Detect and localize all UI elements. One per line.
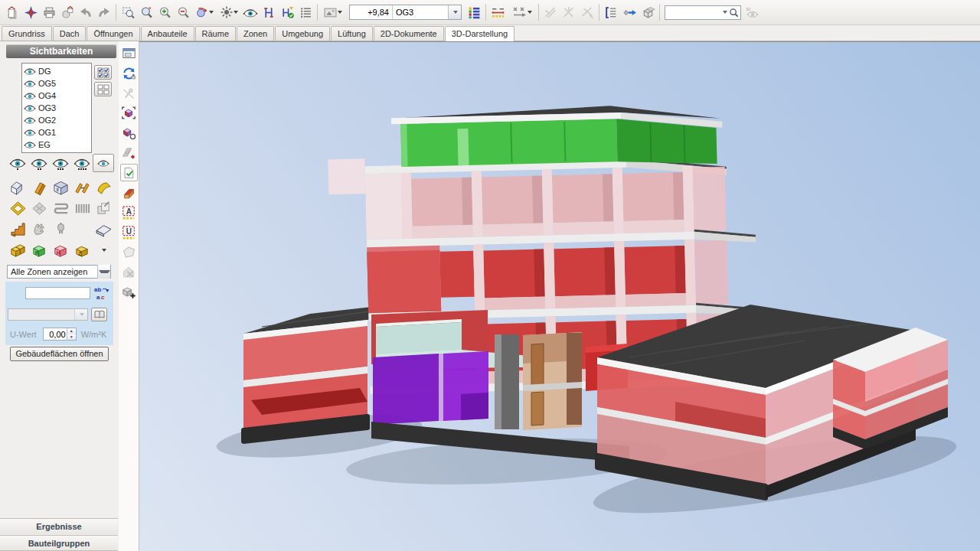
new-project-icon[interactable] — [3, 3, 21, 21]
search-caret[interactable] — [723, 11, 727, 14]
background-image-icon[interactable] — [320, 3, 346, 21]
open-building-surfaces-button[interactable]: Gebäudeflächen öffnen — [10, 347, 109, 361]
dimension-u-icon[interactable]: U — [120, 223, 138, 241]
tab-zonen[interactable]: Zonen — [237, 26, 274, 41]
floor-list[interactable]: DG OG5 OG4 OG3 OG2 OG1 EG — [21, 63, 92, 153]
stamp-icon[interactable] — [58, 3, 77, 21]
radiator-icon[interactable] — [71, 198, 93, 218]
u-value-down-button[interactable]: ▼ — [67, 334, 76, 341]
roof-window-gray-icon[interactable] — [28, 198, 50, 218]
model-canvas[interactable] — [139, 41, 980, 551]
zoom-pan-icon[interactable] — [137, 3, 155, 21]
undo-icon[interactable] — [77, 3, 95, 21]
dimensioning-icon[interactable] — [260, 3, 278, 21]
window-view-icon[interactable] — [120, 44, 138, 62]
hand-select-icon[interactable] — [28, 219, 50, 239]
dimension-xx-icon[interactable] — [507, 3, 536, 21]
storey-list-icon[interactable] — [602, 3, 620, 21]
plug-icon[interactable] — [50, 219, 71, 239]
zoom-out-icon[interactable] — [174, 3, 192, 21]
catalog-button[interactable] — [91, 308, 107, 321]
rename-icon[interactable]: abac — [93, 285, 110, 301]
slope-tool-icon[interactable] — [120, 144, 138, 161]
boxes-more-dropdown[interactable] — [93, 240, 114, 260]
jump-arrow-icon[interactable] — [620, 3, 639, 21]
refresh-view-icon[interactable] — [120, 64, 138, 82]
display-options-caret[interactable] — [234, 11, 238, 14]
tab-lueftung[interactable]: Lüftung — [331, 26, 373, 41]
dimension-a-icon[interactable]: A — [120, 204, 138, 221]
box-rotate-icon[interactable] — [120, 124, 138, 142]
tab-anbauteile[interactable]: Anbauteile — [141, 26, 194, 41]
view-rotate-caret[interactable] — [209, 11, 214, 14]
tab-oeffnungen[interactable]: Öffnungen — [87, 26, 139, 41]
house-3d-icon[interactable] — [7, 178, 28, 197]
window-sill-icon[interactable] — [93, 219, 114, 239]
box-add-icon[interactable] — [120, 283, 138, 301]
box-select-icon[interactable] — [120, 104, 138, 122]
search-input[interactable] — [667, 8, 722, 17]
display-options-icon[interactable] — [217, 3, 241, 21]
zone-filter-select[interactable]: Alle Zonen anzeigen — [7, 265, 111, 279]
redo-icon[interactable] — [95, 3, 113, 21]
select-all-floors-button[interactable] — [94, 65, 112, 80]
dimension-xx-caret[interactable] — [528, 11, 532, 14]
floor-item-eg[interactable]: EG — [24, 139, 91, 151]
eye-level-2-button[interactable] — [28, 153, 50, 174]
zoom-in-icon[interactable] — [155, 3, 174, 21]
print-icon[interactable] — [40, 3, 58, 21]
boxes-rooms-r-icon[interactable]: R — [28, 240, 50, 260]
floor-item-og2[interactable]: OG2 — [24, 114, 91, 126]
legend-list-icon[interactable] — [296, 3, 315, 21]
roof-window-yellow-icon[interactable] — [7, 198, 28, 218]
floor-item-og5[interactable]: OG5 — [24, 77, 91, 90]
dimensioning-check-icon[interactable] — [278, 3, 296, 21]
roof-surface-icon[interactable] — [93, 178, 114, 197]
copy-element-icon[interactable] — [93, 198, 114, 218]
box-zones-z-icon[interactable]: Z — [71, 240, 93, 260]
wall-orange-icon[interactable] — [28, 178, 50, 197]
floor-item-og4[interactable]: OG4 — [24, 90, 91, 102]
u-value-up-button[interactable]: ▲ — [67, 328, 76, 334]
tab-umgebung[interactable]: Umgebung — [275, 26, 330, 41]
level-height-field[interactable] — [350, 5, 393, 19]
eye-single-button[interactable] — [93, 154, 114, 172]
eye-level-1-button[interactable] — [7, 153, 28, 174]
results-panel-button[interactable]: Ergebnisse — [0, 518, 118, 534]
tab-grundriss[interactable]: Grundriss — [2, 26, 52, 41]
model-boxes-icon[interactable] — [639, 3, 657, 21]
floor-item-og1[interactable]: OG1 — [24, 126, 91, 139]
zone-colors-icon[interactable] — [465, 3, 483, 21]
deselect-all-floors-button[interactable] — [94, 82, 112, 96]
eye-level-3-button[interactable] — [50, 153, 71, 174]
double-wall-orange-icon[interactable] — [71, 178, 93, 197]
floor-item-og3[interactable]: OG3 — [24, 102, 91, 114]
background-image-caret[interactable] — [338, 11, 342, 14]
level-select-dropdown[interactable] — [448, 5, 461, 19]
dimension-20-30-icon[interactable] — [488, 3, 507, 21]
eraser-icon[interactable] — [120, 184, 138, 201]
wizard-icon[interactable] — [21, 3, 40, 21]
zone-name-input[interactable] — [25, 287, 90, 299]
boxes-heated-h-icon[interactable]: H — [50, 240, 71, 260]
tab-2d-dokumente[interactable]: 2D-Dokumente — [374, 26, 444, 41]
floor-item-dg[interactable]: DG — [24, 65, 91, 77]
stairs-icon[interactable] — [7, 219, 28, 239]
page-check-icon[interactable] — [120, 164, 138, 181]
eye-level-4-button[interactable] — [71, 153, 93, 174]
view-rotate-icon[interactable] — [192, 3, 217, 21]
zoom-window-icon[interactable] — [119, 3, 137, 21]
u-value-input[interactable] — [44, 328, 67, 340]
boxes-all-icon[interactable] — [7, 240, 28, 260]
visibility-eye-icon[interactable] — [241, 3, 260, 21]
tab-dach[interactable]: Dach — [53, 26, 87, 41]
building-model[interactable] — [139, 42, 980, 551]
room-3d-icon[interactable] — [50, 178, 71, 197]
zone-filter-dropdown[interactable] — [97, 265, 110, 279]
tab-raeume[interactable]: Räume — [195, 26, 236, 41]
tab-3d-darstellung[interactable]: 3D-Darstellung — [445, 26, 514, 41]
level-select-field[interactable] — [393, 5, 448, 19]
component-groups-panel-button[interactable]: Bauteilgruppen — [0, 535, 118, 551]
search-icon[interactable] — [729, 8, 739, 18]
heating-coil-icon[interactable] — [50, 198, 71, 218]
